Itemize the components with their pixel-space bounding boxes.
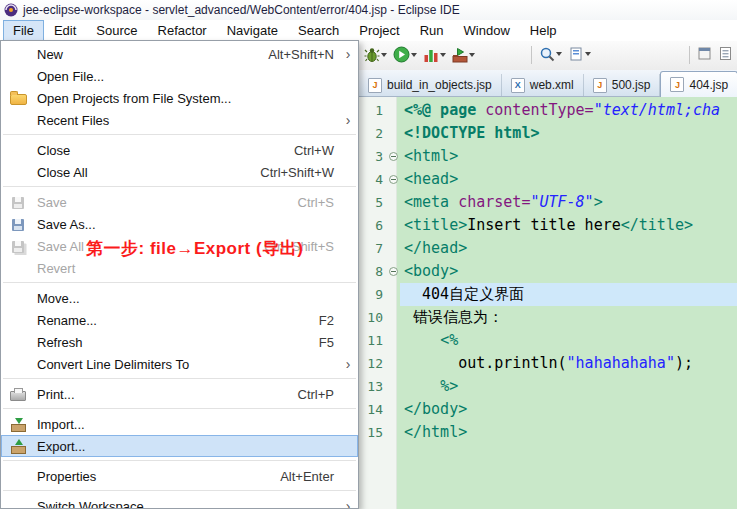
print-icon: [10, 391, 26, 401]
file-menu-item-open-file[interactable]: Open File...: [1, 65, 358, 87]
code-token: contentType=: [485, 101, 593, 119]
menubar-item-help[interactable]: Help: [520, 20, 567, 41]
file-menu-item-open-projects-from-file-system[interactable]: Open Projects from File System...: [1, 87, 358, 109]
menubar-item-refactor[interactable]: Refactor: [148, 20, 217, 41]
menubar-item-source[interactable]: Source: [86, 20, 147, 41]
menu-separator: [3, 186, 356, 187]
new-web-wizard-button[interactable]: [567, 45, 592, 63]
coverage-icon: [423, 47, 439, 63]
code-line: 3<html>: [357, 145, 737, 168]
file-icon-jsp: J: [593, 78, 607, 93]
menubar-item-navigate[interactable]: Navigate: [217, 20, 288, 41]
line-number: 13: [357, 375, 386, 398]
tutorial-annotation: 第一步: file→Export (导出): [86, 237, 303, 260]
code-token: 404自定义界面: [404, 285, 524, 303]
file-menu-item-export[interactable]: Export...: [1, 435, 358, 457]
code-line: 9 404自定义界面: [357, 283, 737, 306]
code-line: 15</html>: [357, 421, 737, 444]
code-token: <!DOCTYPE html>: [404, 124, 539, 142]
file-menu-item-move[interactable]: Move...: [1, 287, 358, 309]
code-line: 10 错误信息为：: [357, 306, 737, 329]
window-title: jee-eclipse-workspace - servlet_advanced…: [23, 3, 460, 17]
file-menu-item-close[interactable]: CloseCtrl+W: [1, 139, 358, 161]
editor-tab-build-in-objects-jsp[interactable]: Jbuild_in_objects.jsp: [359, 74, 502, 96]
search-icon: [539, 46, 555, 62]
dropdown-caret-icon[interactable]: [469, 53, 475, 57]
code-token: Insert title here: [467, 216, 621, 234]
line-number: 15: [357, 421, 386, 444]
run-button[interactable]: [392, 45, 418, 64]
fold-marker-icon[interactable]: [386, 260, 400, 283]
menubar: FileEditSourceRefactorNavigateSearchProj…: [0, 20, 737, 41]
outline-icon: [718, 46, 733, 61]
code-token: <body>: [404, 262, 458, 280]
dropdown-caret-icon[interactable]: [556, 52, 562, 56]
code-token: <meta: [404, 193, 458, 211]
menu-separator: [3, 134, 356, 135]
line-number: 9: [357, 283, 386, 306]
debug-button[interactable]: [363, 46, 388, 64]
web-page-icon: [568, 46, 584, 62]
code-token: "text/html;cha: [594, 101, 720, 119]
code-editor[interactable]: 1<%@ page contentType="text/html;cha2<!D…: [357, 97, 737, 509]
fold-marker-icon[interactable]: [386, 168, 400, 191]
import-icon: [11, 424, 26, 432]
menubar-item-project[interactable]: Project: [349, 20, 409, 41]
editor-area: Jbuild_in_objects.jspXweb.xmlJ500.jspJ40…: [357, 70, 737, 509]
menubar-item-window[interactable]: Window: [454, 20, 520, 41]
console-button[interactable]: [696, 45, 713, 62]
code-line: 13 %>: [357, 375, 737, 398]
run-play-icon: [393, 46, 410, 63]
outline-button[interactable]: [717, 45, 734, 62]
editor-tab-500-jsp[interactable]: J500.jsp: [584, 74, 661, 96]
fold-marker-icon[interactable]: [386, 145, 400, 168]
external-tools-button[interactable]: [451, 46, 476, 64]
file-menu-item-save-as[interactable]: Save As...: [1, 213, 358, 235]
menubar-item-file[interactable]: File: [3, 20, 44, 41]
eclipse-logo-icon: [4, 3, 18, 17]
file-menu-item-print[interactable]: Print...Ctrl+P: [1, 383, 358, 405]
file-icon-jsp: J: [670, 77, 684, 92]
menubar-item-run[interactable]: Run: [410, 20, 454, 41]
code-line: 12 out.println("hahahahaha");: [357, 352, 737, 375]
file-menu-item-switch-workspace[interactable]: Switch Workspace›: [1, 495, 358, 509]
line-number: 7: [357, 237, 386, 260]
code-token: out.println(: [404, 354, 567, 372]
toolbar-search-group: [538, 45, 592, 63]
menu-separator: [3, 460, 356, 461]
file-menu-item-recent-files[interactable]: Recent Files›: [1, 109, 358, 131]
file-menu-item-rename[interactable]: Rename...F2: [1, 309, 358, 331]
code-token: charset=: [458, 193, 530, 211]
dropdown-caret-icon[interactable]: [440, 53, 446, 57]
line-number: 12: [357, 352, 386, 375]
file-menu-item-properties[interactable]: PropertiesAlt+Enter: [1, 465, 358, 487]
editor-tab-404-jsp[interactable]: J404.jsp: [660, 71, 737, 97]
save-icon: [12, 197, 24, 209]
toolbar-separator: [531, 46, 532, 64]
menubar-item-search[interactable]: Search: [288, 20, 349, 41]
menubar-item-edit[interactable]: Edit: [44, 20, 86, 41]
file-menu-item-close-all[interactable]: Close AllCtrl+Shift+W: [1, 161, 358, 183]
code-token: <%: [440, 331, 458, 349]
code-line: 8<body>: [357, 260, 737, 283]
folder-icon: [10, 94, 27, 105]
editor-tab-web-xml[interactable]: Xweb.xml: [502, 74, 584, 96]
file-menu-item-save[interactable]: SaveCtrl+S: [1, 191, 358, 213]
file-menu-item-new[interactable]: NewAlt+Shift+N›: [1, 43, 358, 65]
search-button[interactable]: [538, 45, 563, 63]
dropdown-caret-icon[interactable]: [411, 53, 417, 57]
code-token: </html>: [404, 423, 467, 441]
file-menu-item-convert-line-delimiters-to[interactable]: Convert Line Delimiters To›: [1, 353, 358, 375]
coverage-button[interactable]: [422, 46, 447, 64]
dropdown-caret-icon[interactable]: [585, 52, 591, 56]
file-menu-item-import[interactable]: Import...: [1, 413, 358, 435]
file-menu-item-refresh[interactable]: RefreshF5: [1, 331, 358, 353]
code-token: 错误信息为：: [404, 308, 503, 326]
line-number: 4: [357, 168, 386, 191]
file-menu-item-revert[interactable]: Revert: [1, 257, 358, 279]
dropdown-caret-icon[interactable]: [381, 53, 387, 57]
code-token: %>: [440, 377, 458, 395]
editor-lines: 1<%@ page contentType="text/html;cha2<!D…: [357, 99, 737, 444]
line-number: 2: [357, 122, 386, 145]
code-line: 5<meta charset="UTF-8">: [357, 191, 737, 214]
